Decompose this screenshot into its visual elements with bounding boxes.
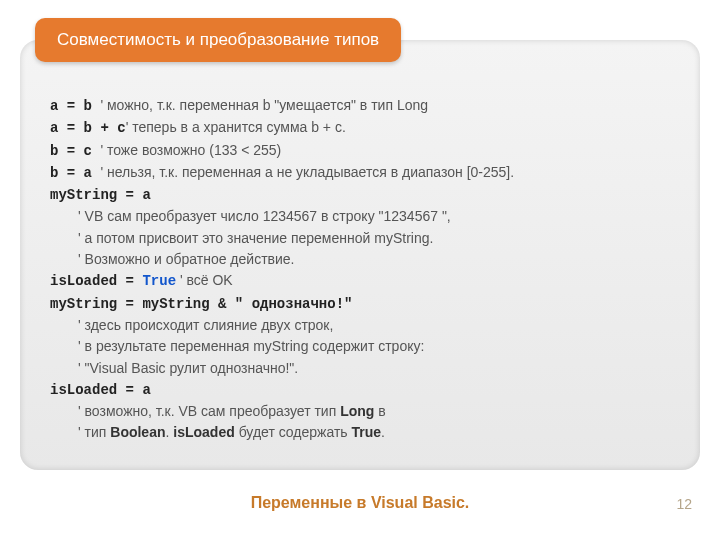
comment: ' тоже возможно (133 < 255) [100, 142, 281, 158]
type-boolean: Boolean [110, 424, 165, 440]
comment: ' VB сам преобразует число 1234567 в стр… [78, 208, 451, 224]
comment: ' а потом присвоит это значение переменн… [78, 230, 433, 246]
var-isloaded: isLoaded [173, 424, 234, 440]
code: b = c [50, 143, 100, 159]
comment: ' в результате переменная myString содер… [78, 338, 424, 354]
comment: в [374, 403, 385, 419]
code: isLoaded = [50, 273, 142, 289]
comment: ' здесь происходит слияние двух строк, [78, 317, 333, 333]
keyword-true: True [142, 273, 176, 289]
footer-title: Переменные в Visual Basic. [0, 494, 720, 512]
type-long: Long [340, 403, 374, 419]
comment: . [381, 424, 385, 440]
comment: ' возможно, т.к. VB сам преобразует тип [78, 403, 340, 419]
comment: ' можно, т.к. переменная b "умещается" в… [100, 97, 428, 113]
content-frame: a = b ' можно, т.к. переменная b "умещае… [20, 40, 700, 470]
code: a = b + c [50, 120, 126, 136]
value-true: True [352, 424, 382, 440]
code-listing: a = b ' можно, т.к. переменная b "умещае… [50, 95, 670, 443]
comment: ' всё OK [176, 272, 233, 288]
code: a = b [50, 98, 100, 114]
comment: ' теперь в a хранится сумма b + c. [126, 119, 346, 135]
comment: ' Возможно и обратное действие. [78, 251, 294, 267]
page-number: 12 [676, 496, 692, 512]
code: myString = myString & " однозначно!" [50, 296, 352, 312]
code: myString = a [50, 187, 151, 203]
comment: ' "Visual Basic рулит однозначно!". [78, 360, 298, 376]
code: isLoaded = a [50, 382, 151, 398]
comment: ' тип [78, 424, 110, 440]
comment: будет содержать [235, 424, 352, 440]
section-ribbon: Совместимость и преобразование типов [35, 18, 401, 62]
comment: ' нельзя, т.к. переменная a не укладывае… [100, 164, 514, 180]
code: b = a [50, 165, 100, 181]
